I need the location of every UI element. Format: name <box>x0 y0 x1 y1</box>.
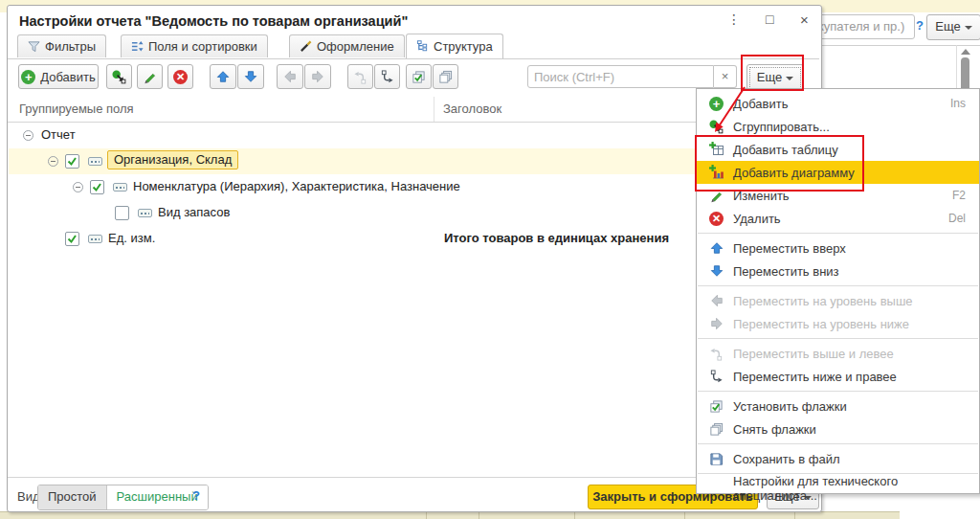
view-mode-switch: Простой Расширенный <box>37 485 209 510</box>
set-flags-icon <box>708 398 724 414</box>
move-up-icon <box>216 70 230 83</box>
structure-icon <box>416 40 429 53</box>
menu-item-save-to-file[interactable]: Сохранить в файл <box>697 447 979 470</box>
move-down-icon <box>244 70 257 83</box>
chevron-down-icon <box>965 26 972 30</box>
collapse-icon[interactable] <box>23 130 33 141</box>
check-icon <box>91 181 103 193</box>
group-icon <box>112 70 126 84</box>
menu-separator <box>698 338 978 339</box>
save-icon <box>708 451 724 466</box>
move-down-right-button[interactable] <box>374 64 400 89</box>
checkbox-checked[interactable] <box>65 154 79 169</box>
edit-button[interactable] <box>137 64 163 89</box>
tab-structure[interactable]: Структура <box>406 34 503 58</box>
menu-separator <box>698 285 978 286</box>
set-flags-icon <box>412 70 426 84</box>
level-up-button[interactable] <box>277 64 303 89</box>
add-icon: + <box>21 70 35 84</box>
move-down-right-icon <box>708 369 724 384</box>
move-up-left-icon <box>353 70 368 84</box>
funnel-icon <box>28 40 40 53</box>
help-link[interactable]: ? <box>192 488 200 503</box>
menu-separator <box>698 443 978 444</box>
background-search-input[interactable]: купателя и пр.) <box>814 14 915 39</box>
fields-sort-icon <box>131 40 144 53</box>
background-more-button[interactable]: Еще <box>926 14 980 40</box>
level-down-button[interactable] <box>304 64 331 89</box>
menu-item-level-up[interactable]: Переместить на уровень выше <box>697 289 979 312</box>
annotation-arrow <box>702 80 755 144</box>
field-icon <box>113 183 127 192</box>
move-up-icon <box>708 240 724 256</box>
tab-fields-sorting[interactable]: Поля и сортировки <box>121 34 268 57</box>
window-close-icon[interactable]: × <box>800 11 809 28</box>
field-icon <box>88 157 102 166</box>
background-table-strip <box>0 511 900 519</box>
checkbox-unchecked[interactable] <box>115 206 129 220</box>
tab-appearance[interactable]: Оформление <box>289 34 405 57</box>
checkbox-checked[interactable] <box>65 232 79 246</box>
set-flags-button[interactable] <box>406 64 432 89</box>
column-groupable-fields: Группируемые поля <box>19 102 134 116</box>
menu-item-move-down-right[interactable]: Переместить ниже и правее <box>697 365 979 388</box>
menu-item-delete[interactable]: ✕ Удалить Del <box>697 207 979 230</box>
move-up-left-button[interactable] <box>347 64 373 89</box>
level-down-icon <box>708 316 724 331</box>
level-down-icon <box>311 70 324 83</box>
collapse-icon[interactable] <box>48 156 58 167</box>
row-header-value: Итого товаров в единицах хранения <box>444 231 669 245</box>
menu-item-clear-flags[interactable]: Снять флажки <box>697 417 979 440</box>
menu-item-set-flags[interactable]: Установить флажки <box>697 395 979 417</box>
no-icon <box>708 481 724 496</box>
clear-flags-button[interactable] <box>433 64 458 89</box>
group-button[interactable] <box>106 64 132 89</box>
scroll-up-icon[interactable] <box>961 49 970 55</box>
field-icon <box>88 235 102 243</box>
scrollbar-thumb[interactable] <box>961 57 969 92</box>
menu-item-level-down[interactable]: Переместить на уровень ниже <box>697 312 979 335</box>
check-icon <box>66 233 78 245</box>
level-up-icon <box>708 293 724 308</box>
selected-cell[interactable]: Организация, Склад <box>107 150 238 169</box>
delete-icon: ✕ <box>173 70 188 84</box>
mode-simple-button[interactable]: Простой <box>38 485 107 509</box>
tab-filters[interactable]: Фильтры <box>17 34 106 57</box>
move-down-icon <box>708 263 724 279</box>
search-input[interactable] <box>527 65 714 88</box>
collapse-icon[interactable] <box>73 182 83 192</box>
column-divider <box>434 97 434 122</box>
move-down-right-icon <box>380 70 394 84</box>
field-icon <box>138 209 152 217</box>
window-more-icon[interactable]: ⋮ <box>727 11 741 27</box>
brush-icon <box>300 40 312 53</box>
edit-icon <box>143 70 157 84</box>
dialog-title: Настройки отчета "Ведомость по товарам о… <box>19 13 408 29</box>
background-help-link[interactable]: ? <box>916 18 924 33</box>
clear-flags-icon <box>708 421 724 437</box>
delete-icon: ✕ <box>708 211 724 226</box>
menu-item-move-up[interactable]: Переместить вверх <box>697 237 979 260</box>
menu-item-tech-settings[interactable]: Настройки для технического специалиста..… <box>697 477 979 500</box>
delete-button[interactable]: ✕ <box>167 64 193 89</box>
menu-separator <box>698 233 978 234</box>
window-maximize-icon[interactable]: □ <box>766 11 773 27</box>
menu-item-move-up-left[interactable]: Переместить выше и левее <box>697 342 979 365</box>
column-header: Заголовок <box>443 102 501 116</box>
check-icon <box>66 155 78 168</box>
add-button[interactable]: + Добавить <box>18 64 99 89</box>
clear-flags-icon <box>438 70 453 84</box>
move-up-left-icon <box>708 346 724 361</box>
move-up-button[interactable] <box>210 64 236 89</box>
tab-bar: Фильтры Поля и сортировки Оформление Стр… <box>8 33 819 59</box>
menu-item-move-down[interactable]: Переместить вниз <box>697 260 979 282</box>
move-down-button[interactable] <box>237 64 264 89</box>
menu-separator <box>698 391 978 392</box>
checkbox-checked[interactable] <box>90 180 104 194</box>
screen: купателя и пр.) ? Еще Настройки отчета "… <box>0 0 980 519</box>
level-up-icon <box>283 70 297 83</box>
